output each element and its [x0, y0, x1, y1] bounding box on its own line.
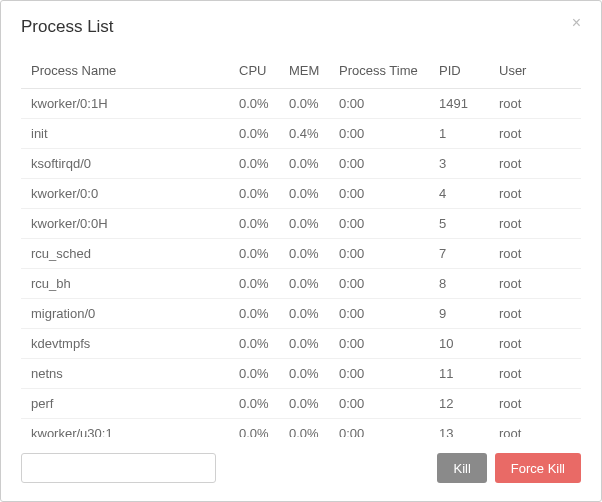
cell-mem: 0.0% [281, 299, 331, 329]
cell-time: 0:00 [331, 119, 431, 149]
cell-name: kworker/0:0H [21, 209, 231, 239]
cell-user: root [491, 239, 581, 269]
cell-mem: 0.4% [281, 119, 331, 149]
cell-name: kworker/0:1H [21, 89, 231, 119]
table-header-row: Process Name CPU MEM Process Time PID Us… [21, 53, 581, 89]
cell-mem: 0.0% [281, 239, 331, 269]
cell-user: root [491, 209, 581, 239]
cell-name: kdevtmpfs [21, 329, 231, 359]
cell-pid: 11 [431, 359, 491, 389]
cell-name: kworker/0:0 [21, 179, 231, 209]
table-row[interactable]: rcu_bh0.0%0.0%0:008root [21, 269, 581, 299]
cell-user: root [491, 149, 581, 179]
table-row[interactable]: perf0.0%0.0%0:0012root [21, 389, 581, 419]
cell-user: root [491, 299, 581, 329]
cell-time: 0:00 [331, 299, 431, 329]
cell-user: root [491, 419, 581, 438]
cell-mem: 0.0% [281, 179, 331, 209]
cell-user: root [491, 269, 581, 299]
cell-mem: 0.0% [281, 209, 331, 239]
cell-pid: 1491 [431, 89, 491, 119]
filter-input[interactable] [21, 453, 216, 483]
cell-time: 0:00 [331, 149, 431, 179]
cell-time: 0:00 [331, 329, 431, 359]
force-kill-button[interactable]: Force Kill [495, 453, 581, 483]
cell-mem: 0.0% [281, 389, 331, 419]
table-row[interactable]: kworker/0:00.0%0.0%0:004root [21, 179, 581, 209]
cell-cpu: 0.0% [231, 209, 281, 239]
dialog-title: Process List [21, 17, 114, 37]
table-row[interactable]: kworker/u30:10.0%0.0%0:0013root [21, 419, 581, 438]
cell-cpu: 0.0% [231, 389, 281, 419]
cell-time: 0:00 [331, 389, 431, 419]
cell-name: rcu_sched [21, 239, 231, 269]
cell-cpu: 0.0% [231, 359, 281, 389]
col-time[interactable]: Process Time [331, 53, 431, 89]
cell-cpu: 0.0% [231, 149, 281, 179]
process-table-scroll[interactable]: Process Name CPU MEM Process Time PID Us… [21, 53, 581, 437]
footer-actions: Kill Force Kill [437, 453, 581, 483]
cell-mem: 0.0% [281, 329, 331, 359]
col-user[interactable]: User [491, 53, 581, 89]
table-row[interactable]: rcu_sched0.0%0.0%0:007root [21, 239, 581, 269]
cell-cpu: 0.0% [231, 239, 281, 269]
cell-time: 0:00 [331, 419, 431, 438]
cell-pid: 7 [431, 239, 491, 269]
table-row[interactable]: ksoftirqd/00.0%0.0%0:003root [21, 149, 581, 179]
cell-mem: 0.0% [281, 359, 331, 389]
cell-pid: 4 [431, 179, 491, 209]
cell-cpu: 0.0% [231, 119, 281, 149]
cell-user: root [491, 329, 581, 359]
col-cpu[interactable]: CPU [231, 53, 281, 89]
cell-time: 0:00 [331, 179, 431, 209]
cell-time: 0:00 [331, 89, 431, 119]
cell-pid: 5 [431, 209, 491, 239]
cell-user: root [491, 359, 581, 389]
cell-pid: 1 [431, 119, 491, 149]
cell-time: 0:00 [331, 359, 431, 389]
cell-mem: 0.0% [281, 269, 331, 299]
cell-user: root [491, 119, 581, 149]
cell-cpu: 0.0% [231, 89, 281, 119]
cell-name: netns [21, 359, 231, 389]
cell-name: rcu_bh [21, 269, 231, 299]
cell-cpu: 0.0% [231, 179, 281, 209]
close-button[interactable]: × [572, 15, 581, 31]
cell-cpu: 0.0% [231, 269, 281, 299]
cell-time: 0:00 [331, 269, 431, 299]
table-row[interactable]: kworker/0:0H0.0%0.0%0:005root [21, 209, 581, 239]
dialog-header: Process List × [1, 1, 601, 37]
table-row[interactable]: kworker/0:1H0.0%0.0%0:001491root [21, 89, 581, 119]
cell-pid: 8 [431, 269, 491, 299]
col-mem[interactable]: MEM [281, 53, 331, 89]
cell-user: root [491, 389, 581, 419]
cell-pid: 3 [431, 149, 491, 179]
cell-name: ksoftirqd/0 [21, 149, 231, 179]
table-row[interactable]: netns0.0%0.0%0:0011root [21, 359, 581, 389]
table-row[interactable]: init0.0%0.4%0:001root [21, 119, 581, 149]
cell-pid: 10 [431, 329, 491, 359]
table-row[interactable]: kdevtmpfs0.0%0.0%0:0010root [21, 329, 581, 359]
kill-button[interactable]: Kill [437, 453, 486, 483]
cell-name: perf [21, 389, 231, 419]
cell-name: migration/0 [21, 299, 231, 329]
cell-cpu: 0.0% [231, 419, 281, 438]
cell-pid: 9 [431, 299, 491, 329]
cell-user: root [491, 89, 581, 119]
col-process-name[interactable]: Process Name [21, 53, 231, 89]
dialog-content: Process Name CPU MEM Process Time PID Us… [1, 37, 601, 437]
cell-time: 0:00 [331, 239, 431, 269]
cell-mem: 0.0% [281, 149, 331, 179]
cell-cpu: 0.0% [231, 299, 281, 329]
dialog-footer: Kill Force Kill [1, 437, 601, 501]
cell-mem: 0.0% [281, 419, 331, 438]
col-pid[interactable]: PID [431, 53, 491, 89]
table-row[interactable]: migration/00.0%0.0%0:009root [21, 299, 581, 329]
process-table: Process Name CPU MEM Process Time PID Us… [21, 53, 581, 437]
cell-cpu: 0.0% [231, 329, 281, 359]
cell-name: init [21, 119, 231, 149]
close-icon: × [572, 14, 581, 31]
cell-user: root [491, 179, 581, 209]
cell-name: kworker/u30:1 [21, 419, 231, 438]
cell-pid: 13 [431, 419, 491, 438]
